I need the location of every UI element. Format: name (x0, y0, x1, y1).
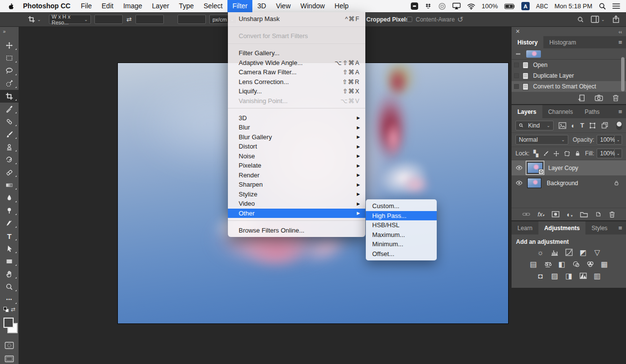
brightness-contrast-icon[interactable]: ☼ (536, 248, 545, 257)
app-tray-icon[interactable] (411, 2, 418, 10)
screen-mode-button[interactable] (0, 353, 19, 364)
filter-menu-item[interactable]: Vanishing Point... ⌥⌘V ▶ (228, 96, 365, 106)
layer-filter-kind-dropdown[interactable]: Kind⌄ (515, 121, 554, 130)
input-source-badge[interactable]: A (521, 2, 530, 10)
new-snapshot-icon[interactable] (595, 94, 603, 101)
history-state-row[interactable]: Open (512, 60, 626, 70)
panel-menu-icon[interactable]: ≡ (618, 36, 626, 48)
black-white-icon[interactable]: ◧ (557, 260, 567, 268)
panel-menu-icon[interactable]: ≡ (618, 105, 626, 118)
link-layers-icon[interactable] (522, 212, 530, 216)
channel-mixer-icon[interactable] (585, 260, 595, 268)
gradient-map-icon[interactable] (578, 272, 588, 280)
color-lookup-icon[interactable]: ▦ (600, 260, 609, 268)
layer-name[interactable]: Layer Copy (548, 165, 578, 171)
filter-menu-item[interactable]: Adaptive Wide Angle... ⌥⇧⌘A ▶ (228, 58, 365, 68)
collapse-panels-icon[interactable]: ‹‹ (619, 29, 622, 35)
tab-paths[interactable]: Paths (579, 105, 605, 118)
rectangular-marquee-tool[interactable] (0, 52, 19, 64)
layer-thumbnail[interactable] (527, 178, 541, 188)
submenu-item[interactable]: Maximum... (366, 230, 437, 240)
reset-crop-icon[interactable]: ↺ (457, 15, 464, 24)
filter-menu-item[interactable]: Noise ▶ (228, 151, 365, 161)
move-tool[interactable] (0, 39, 19, 52)
crop-height-input[interactable] (135, 15, 164, 24)
vibrance-icon[interactable]: ▽ (592, 248, 602, 257)
filter-menu-item[interactable]: Convert for Smart Filters ▶ (228, 31, 365, 41)
history-state-row[interactable]: Convert to Smart Object (512, 81, 626, 92)
brush-tool[interactable] (0, 128, 19, 141)
creative-cloud-icon[interactable] (438, 2, 446, 10)
default-colors-widget[interactable]: ⇄ (0, 306, 19, 313)
eraser-tool[interactable] (0, 166, 19, 179)
exposure-icon[interactable]: ◩ (578, 248, 588, 257)
posterize-icon[interactable]: ▨ (550, 272, 559, 280)
filter-menu-item[interactable]: Distort ▶ (228, 142, 365, 151)
close-panel-icon[interactable]: ✕ (515, 28, 520, 35)
delete-state-icon[interactable] (612, 94, 619, 102)
filter-menu-item[interactable]: Lens Correction... ⇧⌘R ▶ (228, 77, 365, 87)
filter-menu-item[interactable]: Blur ▶ (228, 123, 365, 132)
filter-menu-item[interactable]: Render ▶ (228, 171, 365, 180)
dodge-tool[interactable] (0, 204, 19, 217)
gradient-tool[interactable] (0, 179, 19, 192)
add-layer-mask-icon[interactable] (552, 211, 559, 217)
menubar-item[interactable]: 3D (252, 0, 271, 12)
layer-visibility-icon[interactable] (515, 180, 523, 186)
filter-menu-item[interactable]: Unsharp Mask ^⌘F ▶ (228, 14, 365, 24)
submenu-item[interactable]: HSB/HSL (366, 220, 437, 230)
filter-shape-layers-icon[interactable] (589, 122, 596, 129)
menubar-item[interactable]: Photoshop CC (18, 0, 76, 12)
layer-name[interactable]: Background (547, 180, 578, 187)
menubar-item[interactable]: Image (118, 0, 147, 12)
crop-width-input[interactable] (94, 15, 123, 24)
filter-menu-item[interactable]: ▶ (228, 108, 365, 113)
layer-row-background[interactable]: Background (512, 175, 626, 191)
clone-stamp-tool[interactable] (0, 141, 19, 153)
spot-healing-brush-tool[interactable] (0, 115, 19, 128)
menubar-item[interactable]: Select (199, 0, 227, 12)
layer-row-layer-copy[interactable]: Layer Copy (512, 160, 626, 175)
selective-color-icon[interactable]: ▥ (592, 272, 602, 280)
color-balance-icon[interactable] (543, 260, 553, 268)
menubar-item[interactable]: Window (295, 0, 330, 12)
filter-pixel-layers-icon[interactable] (559, 122, 566, 129)
lasso-tool[interactable] (0, 64, 19, 77)
notification-center-icon[interactable] (612, 3, 620, 9)
fill-dropdown-icon[interactable]: ⌄ (615, 149, 622, 158)
filter-menu-item[interactable]: ▶ (228, 43, 365, 49)
history-snapshot-row[interactable] (512, 48, 626, 60)
eyedropper-tool[interactable] (0, 103, 19, 115)
path-selection-tool[interactable] (0, 242, 19, 255)
rectangle-shape-tool[interactable] (0, 255, 19, 268)
tab-learn[interactable]: Learn (512, 221, 538, 235)
history-source-well[interactable] (514, 73, 519, 78)
filter-type-layers-icon[interactable]: T (580, 122, 584, 129)
hand-tool[interactable] (0, 268, 19, 280)
pen-tool[interactable] (0, 217, 19, 230)
panel-menu-icon[interactable]: ≡ (618, 221, 626, 235)
lock-position-icon[interactable] (553, 150, 559, 157)
edit-toolbar-icon[interactable]: ••• (0, 293, 19, 306)
submenu-item[interactable]: High Pass... (366, 211, 437, 221)
tab-adjustments[interactable]: Adjustments (538, 221, 586, 235)
fill-value[interactable]: 100% (597, 149, 615, 158)
opacity-dropdown-icon[interactable]: ⌄ (615, 135, 622, 145)
menubar-item[interactable]: Edit (97, 0, 118, 12)
hue-saturation-icon[interactable]: ▤ (529, 260, 538, 268)
expand-tools-icon[interactable]: » (0, 27, 19, 39)
lock-all-icon[interactable] (575, 150, 581, 157)
layer-visibility-icon[interactable] (515, 165, 523, 171)
blend-mode-dropdown[interactable]: Normal⌄ (515, 135, 568, 145)
filter-menu-item[interactable]: Video ▶ (228, 199, 365, 209)
submenu-item[interactable]: Offset... (366, 249, 437, 259)
filter-menu-item[interactable]: Filter Gallery... ▶ (228, 48, 365, 58)
new-layer-icon[interactable] (595, 211, 602, 217)
layer-filter-toggle[interactable] (616, 121, 622, 130)
submenu-item[interactable]: Custom... (366, 201, 437, 211)
wifi-icon[interactable] (467, 3, 475, 10)
filter-menu-item[interactable]: 3D ▶ (228, 113, 365, 123)
history-source-well[interactable] (514, 63, 519, 67)
history-state-row[interactable]: Duplicate Layer (512, 70, 626, 81)
foreground-color-swatch[interactable] (3, 318, 14, 328)
